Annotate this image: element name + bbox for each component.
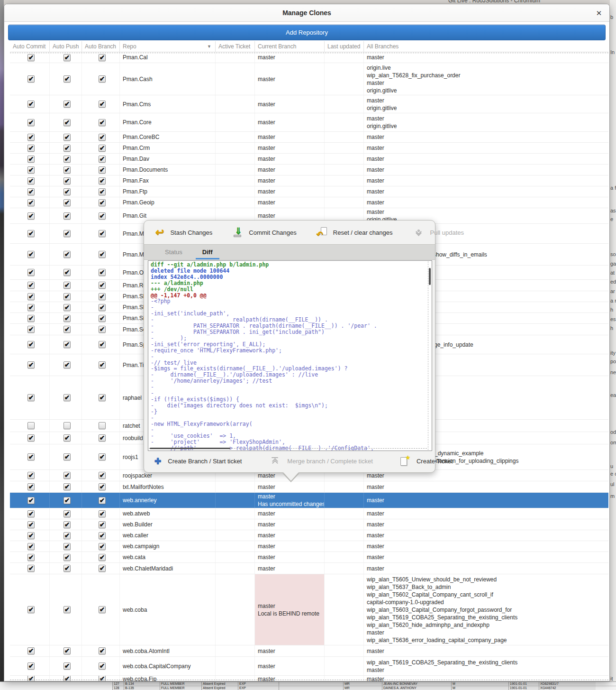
auto-push-checkbox[interactable]: ✔ xyxy=(63,212,71,220)
auto-branch-checkbox[interactable]: ✔ xyxy=(99,394,106,401)
auto-push-checkbox[interactable]: ✔ xyxy=(63,532,71,539)
auto-branch-checkbox[interactable]: ✔ xyxy=(99,497,106,504)
table-row[interactable]: ✔✔✔txt.MailfortNotesmastermaster xyxy=(10,481,608,493)
auto-push-checkbox[interactable]: ✔ xyxy=(63,521,71,528)
auto-commit-checkbox[interactable]: ✔ xyxy=(27,483,35,490)
auto-branch-checkbox[interactable]: ✔ xyxy=(99,145,106,152)
auto-push-checkbox[interactable]: ✔ xyxy=(63,315,71,322)
auto-branch-checkbox[interactable]: ✔ xyxy=(99,212,106,220)
stash-changes-button[interactable]: ↩ Stash Changes xyxy=(155,228,212,237)
auto-branch-checkbox[interactable]: ✔ xyxy=(99,293,106,300)
table-row[interactable]: ✔✔✔web.campaignmastermaster xyxy=(10,541,608,552)
auto-commit-checkbox[interactable]: ✔ xyxy=(27,315,35,322)
auto-commit-checkbox[interactable]: ✔ xyxy=(27,453,35,460)
auto-commit-checkbox[interactable]: ✔ xyxy=(27,497,35,504)
auto-push-checkbox[interactable]: ✔ xyxy=(63,434,71,442)
auto-commit-checkbox[interactable]: ✔ xyxy=(27,326,35,333)
auto-commit-checkbox[interactable]: ✔ xyxy=(27,662,35,670)
auto-push-checkbox[interactable]: ✔ xyxy=(63,54,71,61)
auto-branch-checkbox[interactable]: ✔ xyxy=(99,521,106,528)
auto-commit-checkbox[interactable]: ✔ xyxy=(27,293,35,300)
table-row[interactable]: ✔✔✔web.callermastermaster xyxy=(10,530,608,541)
table-row[interactable]: ✔✔✔Pman.Coremastermasterorigin.gitlive xyxy=(10,113,608,132)
diff-vertical-scrollbar-thumb[interactable] xyxy=(429,268,431,285)
table-row[interactable]: ✔✔✔Pman.Documentsmastermaster xyxy=(10,165,608,175)
auto-commit-checkbox[interactable] xyxy=(27,422,35,429)
table-row[interactable]: ✔✔✔web.ChaletMaridadimastermaster xyxy=(10,563,608,574)
tab-status[interactable]: Status xyxy=(158,245,189,259)
pull-updates-button[interactable]: Pull updates xyxy=(414,229,464,236)
auto-push-checkbox[interactable]: ✔ xyxy=(63,326,71,333)
table-row[interactable]: ✔✔✔Pman.Davmastermaster xyxy=(10,154,608,165)
auto-commit-checkbox[interactable]: ✔ xyxy=(27,230,35,237)
auto-branch-checkbox[interactable]: ✔ xyxy=(99,361,106,368)
auto-branch-checkbox[interactable]: ✔ xyxy=(99,472,106,479)
sort-descending-icon[interactable]: ▼ xyxy=(207,44,211,49)
auto-commit-checkbox[interactable]: ✔ xyxy=(27,119,35,126)
auto-branch-checkbox[interactable]: ✔ xyxy=(99,434,106,442)
column-header-last-updated[interactable]: Last updated xyxy=(325,41,364,52)
auto-commit-checkbox[interactable]: ✔ xyxy=(27,54,35,61)
auto-branch-checkbox[interactable]: ✔ xyxy=(99,676,106,681)
auto-commit-checkbox[interactable]: ✔ xyxy=(27,156,35,163)
auto-branch-checkbox[interactable]: ✔ xyxy=(99,230,106,237)
auto-branch-checkbox[interactable]: ✔ xyxy=(99,199,106,206)
auto-push-checkbox[interactable]: ✔ xyxy=(63,662,71,670)
auto-push-checkbox[interactable]: ✔ xyxy=(63,341,71,348)
add-repository-button[interactable]: Add Repository xyxy=(8,25,606,40)
auto-push-checkbox[interactable]: ✔ xyxy=(63,394,71,401)
table-row[interactable]: ✔✔✔Pman.Crmmastermaster xyxy=(10,143,608,154)
auto-branch-checkbox[interactable]: ✔ xyxy=(99,54,106,61)
auto-commit-checkbox[interactable]: ✔ xyxy=(27,361,35,368)
column-header-all-branches[interactable]: All Branches xyxy=(364,41,608,52)
auto-push-checkbox[interactable]: ✔ xyxy=(63,554,71,561)
auto-commit-checkbox[interactable]: ✔ xyxy=(27,510,35,517)
table-row[interactable]: ✔✔✔web.coba.AtomIntlmastermaster xyxy=(10,645,608,657)
auto-commit-checkbox[interactable]: ✔ xyxy=(27,304,35,311)
table-row[interactable]: ✔✔✔web.atwebmastermaster xyxy=(10,508,608,519)
auto-push-checkbox[interactable]: ✔ xyxy=(63,453,71,460)
auto-commit-checkbox[interactable]: ✔ xyxy=(27,472,35,479)
auto-push-checkbox[interactable]: ✔ xyxy=(63,269,71,276)
auto-branch-checkbox[interactable]: ✔ xyxy=(99,315,106,322)
reset-clear-changes-button[interactable]: ↶ Reset / clear changes xyxy=(317,227,393,238)
auto-commit-checkbox[interactable]: ✔ xyxy=(27,565,35,572)
auto-commit-checkbox[interactable]: ✔ xyxy=(27,676,35,681)
column-header-auto-push[interactable]: Auto Push xyxy=(50,41,82,52)
auto-commit-checkbox[interactable]: ✔ xyxy=(27,341,35,348)
auto-branch-checkbox[interactable]: ✔ xyxy=(99,662,106,670)
table-row[interactable]: ✔✔✔Pman.Faxmastermaster xyxy=(10,175,608,186)
auto-branch-checkbox[interactable]: ✔ xyxy=(99,304,106,311)
auto-push-checkbox[interactable]: ✔ xyxy=(63,166,71,174)
auto-commit-checkbox[interactable]: ✔ xyxy=(27,532,35,539)
auto-branch-checkbox[interactable]: ✔ xyxy=(99,606,106,613)
table-row[interactable]: ✔✔✔Pman.Geoipmastermaster xyxy=(10,197,608,208)
table-row[interactable]: ✔✔✔Pman.Cmsmastermasterorigin.gitlive xyxy=(10,95,608,113)
auto-branch-checkbox[interactable]: ✔ xyxy=(99,134,106,141)
auto-push-checkbox[interactable]: ✔ xyxy=(63,676,71,681)
auto-branch-checkbox[interactable]: ✔ xyxy=(99,119,106,126)
auto-branch-checkbox[interactable]: ✔ xyxy=(99,188,106,195)
column-header-active-ticket[interactable]: Active Ticket xyxy=(216,41,255,52)
auto-commit-checkbox[interactable]: ✔ xyxy=(27,251,35,258)
auto-branch-checkbox[interactable] xyxy=(99,422,106,429)
auto-commit-checkbox[interactable]: ✔ xyxy=(27,166,35,174)
auto-push-checkbox[interactable]: ✔ xyxy=(63,101,71,108)
column-header-auto-branch[interactable]: Auto Branch xyxy=(82,41,120,52)
auto-branch-checkbox[interactable]: ✔ xyxy=(99,177,106,184)
auto-branch-checkbox[interactable]: ✔ xyxy=(99,326,106,333)
auto-commit-checkbox[interactable]: ✔ xyxy=(27,212,35,220)
auto-branch-checkbox[interactable]: ✔ xyxy=(99,341,106,348)
auto-branch-checkbox[interactable]: ✔ xyxy=(99,453,106,460)
table-row[interactable]: ✔✔✔Pman.Calmastermaster xyxy=(10,52,608,63)
commit-changes-button[interactable]: ⇓ Commit Changes xyxy=(233,227,296,238)
table-row[interactable]: ✔✔✔web.coba.Fipmastermaster xyxy=(10,676,608,681)
auto-commit-checkbox[interactable]: ✔ xyxy=(27,269,35,276)
table-row[interactable]: ✔✔✔Pman.CoreBCmastermaster xyxy=(10,132,608,143)
auto-push-checkbox[interactable] xyxy=(63,422,71,429)
auto-push-checkbox[interactable]: ✔ xyxy=(63,361,71,368)
table-row[interactable]: ✔✔✔web.cobamasterLocal is BEHIND remotew… xyxy=(10,574,608,645)
auto-push-checkbox[interactable]: ✔ xyxy=(63,188,71,195)
diff-vertical-scrollbar[interactable] xyxy=(428,261,431,450)
auto-push-checkbox[interactable]: ✔ xyxy=(63,543,71,550)
